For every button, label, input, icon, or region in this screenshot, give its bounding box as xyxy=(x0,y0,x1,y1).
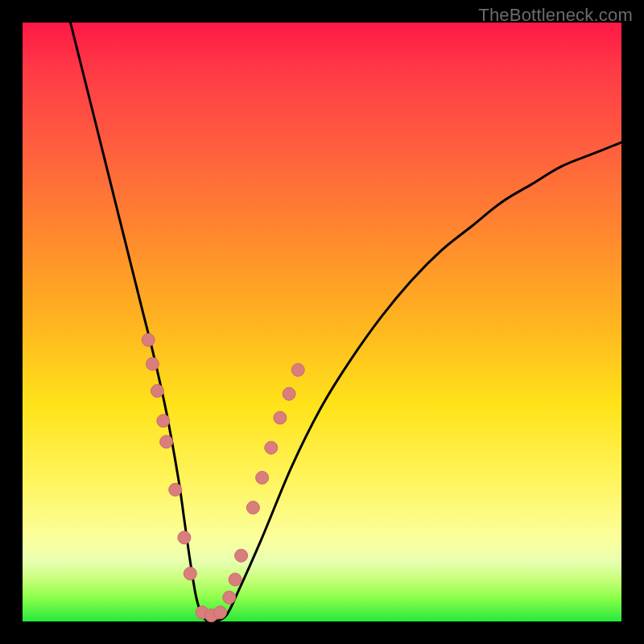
data-marker xyxy=(256,471,269,484)
data-marker xyxy=(184,568,196,580)
data-marker xyxy=(223,591,236,604)
data-marker xyxy=(265,441,278,454)
data-marker xyxy=(169,483,182,496)
data-marker xyxy=(214,606,227,619)
data-marker xyxy=(229,573,242,586)
data-marker xyxy=(274,411,287,424)
bottleneck-curve xyxy=(71,23,622,622)
data-marker xyxy=(235,549,248,562)
chart-svg xyxy=(23,23,621,621)
plot-area xyxy=(23,23,621,621)
data-marker xyxy=(157,415,170,427)
data-marker xyxy=(142,333,155,346)
watermark-text: TheBottleneck.com xyxy=(478,5,633,26)
data-marker xyxy=(146,357,159,370)
data-marker xyxy=(283,387,295,400)
curve-markers xyxy=(142,333,304,621)
data-marker xyxy=(160,436,173,448)
data-marker xyxy=(291,364,304,377)
data-marker xyxy=(151,385,163,398)
data-marker xyxy=(178,531,191,544)
chart-frame: TheBottleneck.com xyxy=(0,0,644,644)
data-marker xyxy=(246,502,259,514)
